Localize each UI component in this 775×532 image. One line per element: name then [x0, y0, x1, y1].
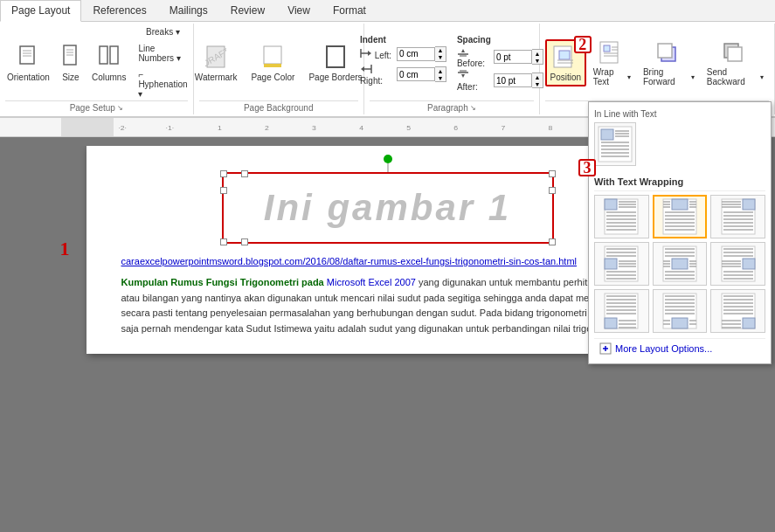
bring-forward-label: Bring Forward [643, 67, 690, 86]
wrap-item-d[interactable] [594, 242, 649, 286]
indent-right-down[interactable]: ▼ [435, 74, 446, 81]
hyphenation-button[interactable]: ⌐ Hyphenation ▾ [135, 68, 190, 100]
spacing-after-label: After: [457, 70, 492, 92]
handle-tc[interactable] [241, 170, 248, 177]
svg-rect-32 [604, 45, 610, 52]
svg-rect-56 [601, 129, 613, 140]
size-label: Size [62, 73, 79, 82]
bring-forward-icon [656, 39, 681, 67]
wrap-text-label: Wrap Text [593, 67, 626, 86]
page-borders-button[interactable]: Page Borders [303, 42, 367, 85]
doc-link[interactable]: caraexcelpowerpointmsword.blogspot.com/2… [121, 256, 578, 266]
page-setup-expand-icon[interactable]: ↘ [117, 104, 123, 112]
spacing-header: Spacing [457, 35, 543, 45]
svg-text:3: 3 [312, 123, 316, 132]
inline-items [594, 122, 765, 166]
svg-marker-19 [361, 66, 364, 72]
more-layout-button[interactable]: More Layout Options... [594, 338, 765, 358]
handle-bl[interactable] [220, 238, 227, 245]
spacing-col: Spacing Before: ▲ ▼ [457, 35, 543, 92]
wrap-item-g[interactable] [594, 289, 649, 333]
paragraph-expand-icon[interactable]: ↘ [470, 104, 476, 112]
columns-icon [99, 45, 120, 72]
indent-left-input[interactable]: ▲ ▼ [397, 46, 446, 62]
svg-rect-9 [110, 46, 118, 64]
watermark-icon: DRAFT [205, 45, 226, 72]
wrap-text-button[interactable]: Wrap Text ▾ [588, 37, 636, 89]
tab-references[interactable]: References [81, 0, 157, 21]
send-backward-label-area: Send Backward ▾ [707, 67, 764, 86]
indent-left-up[interactable]: ▲ [435, 47, 446, 54]
indent-left-field[interactable] [397, 47, 435, 61]
inline-section-header: In Line with Text [594, 107, 765, 122]
page-setup-items: Orientation Size Columns Breaks [2, 25, 191, 100]
indent-right-field[interactable] [397, 67, 435, 81]
group-paragraph: Indent Left: ▲ ▼ [364, 24, 540, 114]
svg-rect-28 [559, 51, 570, 59]
wrap-item-e[interactable] [653, 242, 708, 286]
svg-text:1: 1 [218, 123, 222, 132]
page-color-icon [262, 45, 283, 72]
wrap-text-label-area: Wrap Text ▾ [593, 67, 631, 86]
spacing-after-input[interactable]: ▲ ▼ [494, 73, 543, 88]
watermark-button[interactable]: DRAFT Watermark [190, 42, 243, 85]
handle-ml[interactable] [220, 187, 227, 194]
svg-text:8: 8 [548, 123, 552, 132]
image-text: Ini gambar 1 [241, 187, 535, 229]
spacing-before-field[interactable] [494, 50, 532, 64]
wrap-item-i[interactable] [710, 289, 765, 333]
line-numbers-label: Line Numbers ▾ [138, 44, 187, 63]
tab-review[interactable]: Review [219, 0, 276, 21]
svg-text:·1·: ·1· [165, 123, 174, 132]
wrap-item-b[interactable] [653, 195, 708, 238]
tab-view[interactable]: View [276, 0, 322, 21]
tab-page-layout[interactable]: Page Layout [0, 0, 81, 22]
handle-bc[interactable] [241, 238, 248, 245]
handle-br[interactable] [549, 238, 556, 245]
indent-right-row: Right: ▲ ▼ [360, 64, 446, 86]
size-icon [62, 45, 80, 72]
page-borders-icon [325, 45, 346, 72]
tab-format[interactable]: Format [322, 0, 377, 21]
svg-rect-0 [20, 46, 34, 64]
svg-rect-77 [672, 199, 688, 210]
indent-left-down[interactable]: ▼ [435, 54, 446, 61]
line-numbers-button[interactable]: Line Numbers ▾ [135, 42, 190, 65]
handle-tr[interactable] [549, 170, 556, 177]
page-color-button[interactable]: Page Color [246, 42, 300, 85]
bring-forward-button[interactable]: Bring Forward ▾ [638, 37, 700, 89]
send-backward-button[interactable]: Send Backward ▾ [702, 37, 769, 89]
doc-link-area: caraexcelpowerpointmsword.blogspot.com/2… [121, 252, 654, 268]
number-2-badge: 2 [574, 36, 592, 53]
indent-right-label: Right: [360, 64, 395, 86]
image-container[interactable]: Ini gambar 1 [222, 172, 554, 244]
number-1-label: 1 [60, 238, 70, 260]
wrap-item-f[interactable] [710, 242, 765, 286]
wrap-item-h[interactable] [653, 289, 708, 333]
group-page-background: DRAFT Watermark Page Color Page Borders … [194, 24, 364, 114]
indent-spacing-area: Indent Left: ▲ ▼ [360, 35, 543, 92]
ruler-left-margin [61, 118, 114, 136]
rotate-handle[interactable] [384, 155, 392, 163]
indent-left-row: Left: ▲ ▼ [360, 46, 446, 62]
wrap-item-a[interactable] [594, 195, 649, 238]
indent-right-up[interactable]: ▲ [435, 67, 446, 74]
handle-mr[interactable] [549, 187, 556, 194]
orientation-button[interactable]: Orientation [2, 42, 55, 85]
breaks-button[interactable]: Breaks ▾ [135, 25, 190, 38]
spacing-after-field[interactable] [494, 73, 532, 87]
columns-button[interactable]: Columns [86, 42, 131, 85]
wrap-section-header: With Text Wrapping [594, 173, 765, 191]
handle-tl[interactable] [220, 170, 227, 177]
page-color-label: Page Color [251, 73, 294, 82]
svg-marker-16 [368, 51, 371, 56]
indent-left-label: Left: [360, 48, 395, 60]
wrap-item-c[interactable] [710, 195, 765, 238]
indent-right-input[interactable]: ▲ ▼ [397, 66, 446, 82]
position-button[interactable]: Position 2 [545, 39, 586, 86]
spacing-before-input[interactable]: ▲ ▼ [494, 49, 543, 65]
size-button[interactable]: Size [57, 42, 85, 85]
orientation-label: Orientation [7, 73, 50, 82]
tab-mailings[interactable]: Mailings [158, 0, 219, 21]
inline-item-a[interactable] [594, 122, 636, 166]
